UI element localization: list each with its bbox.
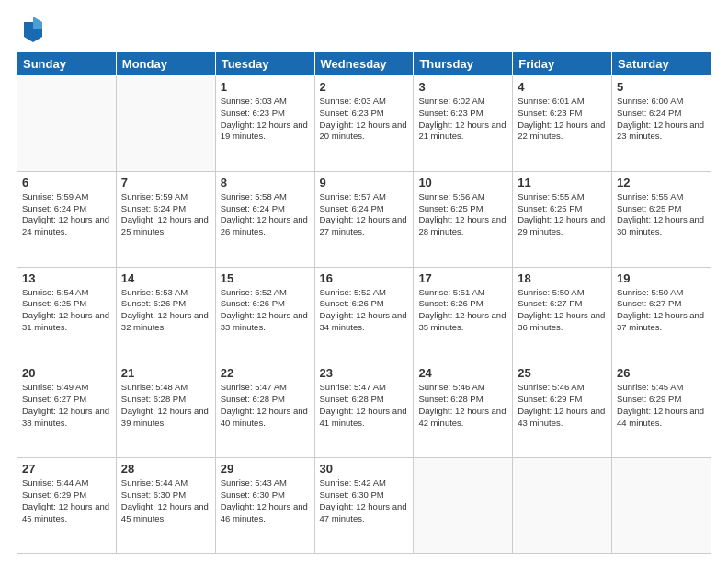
- day-info: Sunrise: 5:52 AM Sunset: 6:26 PM Dayligh…: [320, 287, 409, 334]
- day-number: 12: [617, 176, 706, 190]
- day-number: 5: [617, 80, 706, 94]
- header: [17, 17, 711, 42]
- calendar-cell: 19Sunrise: 5:50 AM Sunset: 6:27 PM Dayli…: [612, 267, 711, 362]
- calendar-cell: 24Sunrise: 5:46 AM Sunset: 6:28 PM Dayli…: [414, 362, 513, 458]
- calendar-cell: 3Sunrise: 6:02 AM Sunset: 6:23 PM Daylig…: [414, 76, 513, 172]
- day-number: 29: [221, 462, 310, 476]
- day-number: 16: [320, 271, 409, 285]
- day-number: 11: [518, 176, 607, 190]
- day-info: Sunrise: 5:47 AM Sunset: 6:28 PM Dayligh…: [320, 382, 409, 429]
- day-info: Sunrise: 5:47 AM Sunset: 6:28 PM Dayligh…: [221, 382, 310, 429]
- day-number: 6: [22, 176, 111, 190]
- day-number: 28: [121, 462, 210, 476]
- day-number: 14: [121, 271, 210, 285]
- calendar-cell: 4Sunrise: 6:01 AM Sunset: 6:23 PM Daylig…: [513, 76, 612, 172]
- calendar-cell: 13Sunrise: 5:54 AM Sunset: 6:25 PM Dayli…: [17, 267, 117, 362]
- calendar-cell: 8Sunrise: 5:58 AM Sunset: 6:24 PM Daylig…: [215, 171, 314, 267]
- day-header-wednesday: Wednesday: [314, 52, 414, 76]
- day-info: Sunrise: 6:03 AM Sunset: 6:23 PM Dayligh…: [221, 96, 310, 143]
- day-number: 25: [518, 366, 607, 380]
- day-number: 17: [418, 271, 507, 285]
- calendar-cell: 22Sunrise: 5:47 AM Sunset: 6:28 PM Dayli…: [215, 362, 314, 458]
- day-info: Sunrise: 5:56 AM Sunset: 6:25 PM Dayligh…: [418, 191, 507, 238]
- day-number: 15: [221, 271, 310, 285]
- day-number: 7: [121, 176, 210, 190]
- day-number: 20: [22, 366, 111, 380]
- calendar-cell: 7Sunrise: 5:59 AM Sunset: 6:24 PM Daylig…: [116, 171, 215, 267]
- day-info: Sunrise: 5:48 AM Sunset: 6:28 PM Dayligh…: [121, 382, 210, 429]
- logo-icon: [22, 17, 44, 42]
- day-info: Sunrise: 5:57 AM Sunset: 6:24 PM Dayligh…: [320, 191, 409, 238]
- day-info: Sunrise: 5:53 AM Sunset: 6:26 PM Dayligh…: [121, 287, 210, 334]
- day-number: 30: [320, 462, 409, 476]
- calendar-cell: [513, 458, 612, 554]
- day-number: 3: [418, 80, 507, 94]
- calendar-cell: 11Sunrise: 5:55 AM Sunset: 6:25 PM Dayli…: [513, 171, 612, 267]
- day-number: 22: [221, 366, 310, 380]
- calendar-cell: 21Sunrise: 5:48 AM Sunset: 6:28 PM Dayli…: [116, 362, 215, 458]
- day-info: Sunrise: 5:59 AM Sunset: 6:24 PM Dayligh…: [22, 191, 111, 238]
- calendar-cell: 6Sunrise: 5:59 AM Sunset: 6:24 PM Daylig…: [17, 171, 117, 267]
- day-info: Sunrise: 5:42 AM Sunset: 6:30 PM Dayligh…: [320, 477, 409, 524]
- calendar-cell: 17Sunrise: 5:51 AM Sunset: 6:26 PM Dayli…: [414, 267, 513, 362]
- calendar-cell: [116, 76, 215, 172]
- calendar-cell: 18Sunrise: 5:50 AM Sunset: 6:27 PM Dayli…: [513, 267, 612, 362]
- day-number: 18: [518, 271, 607, 285]
- calendar-cell: 2Sunrise: 6:03 AM Sunset: 6:23 PM Daylig…: [314, 76, 414, 172]
- day-info: Sunrise: 5:55 AM Sunset: 6:25 PM Dayligh…: [518, 191, 607, 238]
- day-info: Sunrise: 5:50 AM Sunset: 6:27 PM Dayligh…: [617, 287, 706, 334]
- svg-marker-1: [33, 17, 42, 29]
- page: SundayMondayTuesdayWednesdayThursdayFrid…: [0, 0, 728, 563]
- week-row: 13Sunrise: 5:54 AM Sunset: 6:25 PM Dayli…: [17, 267, 711, 362]
- day-info: Sunrise: 5:51 AM Sunset: 6:26 PM Dayligh…: [418, 287, 507, 334]
- day-header-friday: Friday: [513, 52, 612, 76]
- calendar-cell: 12Sunrise: 5:55 AM Sunset: 6:25 PM Dayli…: [612, 171, 711, 267]
- day-info: Sunrise: 5:44 AM Sunset: 6:30 PM Dayligh…: [121, 477, 210, 524]
- week-row: 6Sunrise: 5:59 AM Sunset: 6:24 PM Daylig…: [17, 171, 711, 267]
- day-number: 4: [518, 80, 607, 94]
- day-number: 8: [221, 176, 310, 190]
- calendar-cell: 1Sunrise: 6:03 AM Sunset: 6:23 PM Daylig…: [215, 76, 314, 172]
- calendar: SundayMondayTuesdayWednesdayThursdayFrid…: [17, 52, 711, 554]
- calendar-cell: 23Sunrise: 5:47 AM Sunset: 6:28 PM Dayli…: [314, 362, 414, 458]
- calendar-cell: 16Sunrise: 5:52 AM Sunset: 6:26 PM Dayli…: [314, 267, 414, 362]
- calendar-cell: 20Sunrise: 5:49 AM Sunset: 6:27 PM Dayli…: [17, 362, 117, 458]
- week-row: 27Sunrise: 5:44 AM Sunset: 6:29 PM Dayli…: [17, 458, 711, 554]
- day-info: Sunrise: 5:46 AM Sunset: 6:29 PM Dayligh…: [518, 382, 607, 429]
- week-row: 20Sunrise: 5:49 AM Sunset: 6:27 PM Dayli…: [17, 362, 711, 458]
- day-number: 9: [320, 176, 409, 190]
- day-info: Sunrise: 6:03 AM Sunset: 6:23 PM Dayligh…: [320, 96, 409, 143]
- calendar-cell: 15Sunrise: 5:52 AM Sunset: 6:26 PM Dayli…: [215, 267, 314, 362]
- week-row: 1Sunrise: 6:03 AM Sunset: 6:23 PM Daylig…: [17, 76, 711, 172]
- day-number: 2: [320, 80, 409, 94]
- calendar-cell: 25Sunrise: 5:46 AM Sunset: 6:29 PM Dayli…: [513, 362, 612, 458]
- day-info: Sunrise: 6:00 AM Sunset: 6:24 PM Dayligh…: [617, 96, 706, 143]
- calendar-cell: 5Sunrise: 6:00 AM Sunset: 6:24 PM Daylig…: [612, 76, 711, 172]
- day-number: 1: [221, 80, 310, 94]
- day-number: 26: [617, 366, 706, 380]
- day-info: Sunrise: 6:02 AM Sunset: 6:23 PM Dayligh…: [418, 96, 507, 143]
- calendar-cell: [612, 458, 711, 554]
- day-header-thursday: Thursday: [414, 52, 513, 76]
- day-header-monday: Monday: [116, 52, 215, 76]
- calendar-cell: 27Sunrise: 5:44 AM Sunset: 6:29 PM Dayli…: [17, 458, 117, 554]
- day-header-tuesday: Tuesday: [215, 52, 314, 76]
- day-info: Sunrise: 5:44 AM Sunset: 6:29 PM Dayligh…: [22, 477, 111, 524]
- day-number: 27: [22, 462, 111, 476]
- logo: [17, 17, 44, 42]
- day-header-saturday: Saturday: [612, 52, 711, 76]
- day-number: 21: [121, 366, 210, 380]
- calendar-cell: 9Sunrise: 5:57 AM Sunset: 6:24 PM Daylig…: [314, 171, 414, 267]
- day-number: 24: [418, 366, 507, 380]
- day-number: 13: [22, 271, 111, 285]
- day-number: 19: [617, 271, 706, 285]
- day-info: Sunrise: 5:55 AM Sunset: 6:25 PM Dayligh…: [617, 191, 706, 238]
- day-info: Sunrise: 5:54 AM Sunset: 6:25 PM Dayligh…: [22, 287, 111, 334]
- calendar-cell: 26Sunrise: 5:45 AM Sunset: 6:29 PM Dayli…: [612, 362, 711, 458]
- day-info: Sunrise: 5:43 AM Sunset: 6:30 PM Dayligh…: [221, 477, 310, 524]
- day-info: Sunrise: 5:59 AM Sunset: 6:24 PM Dayligh…: [121, 191, 210, 238]
- calendar-cell: [414, 458, 513, 554]
- day-info: Sunrise: 5:52 AM Sunset: 6:26 PM Dayligh…: [221, 287, 310, 334]
- calendar-cell: 10Sunrise: 5:56 AM Sunset: 6:25 PM Dayli…: [414, 171, 513, 267]
- day-number: 10: [418, 176, 507, 190]
